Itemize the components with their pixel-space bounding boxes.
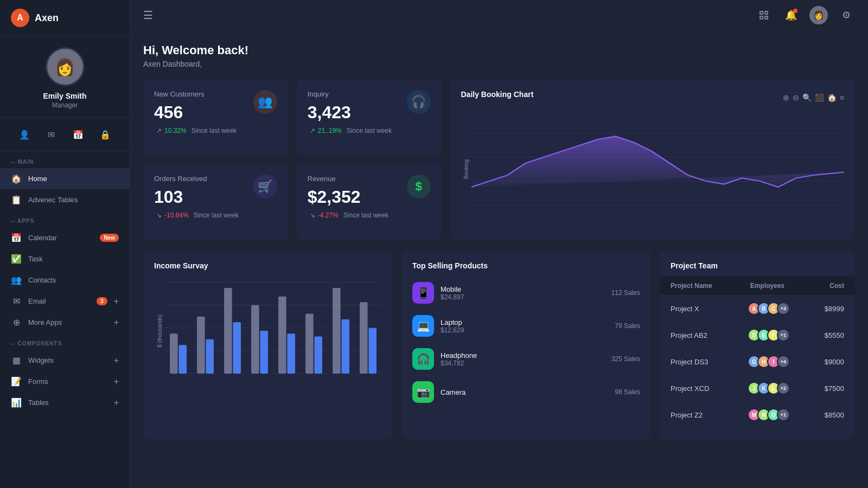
table-icon: 📋 [11, 195, 22, 205]
laptop-product-price: $12,629 [441, 326, 464, 334]
col-cost: Cost [829, 282, 844, 290]
sidebar-item-tables[interactable]: 📊 Tables + [0, 392, 130, 413]
product-mobile: 📱 Mobile $24,897 112 Sales [412, 277, 640, 310]
sidebar-item-forms[interactable]: 📝 Forms + [0, 371, 130, 392]
col-project-name: Project Name [671, 282, 746, 290]
more-apps-plus[interactable]: + [114, 318, 119, 328]
pt-project-ab2-name: Project AB2 [671, 331, 743, 339]
chart-tools: ⊕ ⊖ 🔍 ⬛ 🏠 ≡ [783, 93, 844, 102]
sidebar-item-advenec-label: Advenec Tables [28, 196, 119, 204]
calendar-badge: New [100, 234, 119, 242]
sidebar-item-forms-label: Forms [28, 377, 107, 386]
pt-project-x-cost: $8999 [825, 305, 844, 313]
logo-icon: A [11, 9, 29, 27]
svg-rect-46 [360, 302, 368, 374]
tables-plus[interactable]: + [114, 398, 119, 408]
sidebar-item-calendar[interactable]: 📅 Calendar New [0, 227, 130, 248]
chart-home-icon[interactable]: 🏠 [827, 93, 837, 102]
income-chart-svg: 120 90 60 30 [165, 277, 382, 385]
zoom-out-icon[interactable]: ⊖ [793, 93, 799, 102]
email-icon: ✉ [11, 296, 22, 306]
laptop-product-sales: 79 Sales [615, 322, 640, 330]
svg-rect-33 [178, 345, 187, 374]
booking-chart-title: Daily Booking Chart [461, 90, 534, 99]
mobile-product-info: Mobile $24,897 [441, 285, 464, 301]
booking-chart-area: Booking 240 200 160 120 8 [461, 110, 845, 229]
user-avatar-topbar[interactable]: 👩 [809, 6, 828, 24]
svg-rect-37 [233, 322, 241, 374]
booking-chart-svg: 240 200 160 120 80 40 [471, 110, 844, 229]
bottom-row: Income Survay $ (thousands) 120 90 [143, 251, 855, 439]
email-plus[interactable]: + [114, 297, 119, 306]
mobile-product-price: $24,897 [441, 293, 464, 301]
sidebar-item-contacts[interactable]: 👥 Contacts [0, 269, 130, 291]
notification-button[interactable]: 🔔 [782, 7, 800, 24]
forms-plus[interactable]: + [114, 377, 119, 387]
mail-icon[interactable]: ✉ [43, 126, 60, 143]
pt-row-project-x: Project X A B C +3 $8999 [671, 296, 844, 322]
stat-card-inquiry: Inquiry 3,423 🎧 ↗21..19%Since last week [297, 79, 442, 155]
pt-project-xcd-cost: $7500 [825, 384, 844, 393]
revenue-icon: $ [407, 175, 431, 198]
zoom-in-icon[interactable]: ⊕ [783, 93, 789, 102]
chart-menu-icon[interactable]: ≡ [840, 93, 844, 102]
stat-cards-grid: New Customers 456 👥 ↗10.32%Since last we… [143, 79, 442, 240]
user-icon[interactable]: 👤 [16, 126, 33, 143]
stat-orders-change: ↘-10.64%Since last week [154, 211, 277, 219]
headphone-product-sales: 325 Sales [611, 355, 640, 363]
pt-row-project-xcd: Project XCD J K L +2 $7500 [671, 375, 844, 402]
headphone-product-price: $34,782 [441, 359, 477, 367]
calendar-icon-quick[interactable]: 📅 [69, 126, 87, 143]
orders-icon: 🛒 [253, 175, 277, 198]
income-survey-title: Income Survay [154, 261, 382, 270]
camera-product-name: Camera [441, 388, 465, 396]
lock-icon[interactable]: 🔒 [97, 126, 114, 143]
section-apps-label: -- APPS [0, 210, 130, 227]
camera-product-sales: 98 Sales [615, 388, 640, 396]
user-role: Manager [52, 101, 78, 109]
hamburger-menu[interactable]: ☰ [143, 9, 153, 22]
topbar-right: 🔔 👩 ⚙ [755, 6, 855, 24]
settings-button[interactable]: ⚙ [838, 7, 855, 24]
pt-project-x-employees: A B C +3 [748, 302, 820, 315]
sidebar-item-task[interactable]: ✅ Task [0, 248, 130, 269]
sidebar-item-widgets[interactable]: ▦ Widgets + [0, 350, 130, 371]
welcome-subtitle: Axen Dashboard, [143, 60, 855, 68]
income-y-label: $ (thousands) [154, 277, 165, 385]
widgets-plus[interactable]: + [114, 356, 119, 365]
svg-rect-32 [170, 333, 178, 374]
project-team-title: Project Team [671, 261, 844, 270]
top-area: New Customers 456 👥 ↗10.32%Since last we… [143, 79, 855, 240]
sidebar-item-tables-label: Tables [28, 399, 107, 407]
top-products-card: Top Selling Products 📱 Mobile $24,897 11… [401, 251, 651, 439]
stat-card-orders: Orders Received 103 🛒 ↘-10.64%Since last… [143, 164, 288, 240]
stat-card-revenue: Revenue $2,352 $ ↘-4.27%Since last week [297, 164, 442, 240]
product-headphone: 🎧 Headphone $34,782 325 Sales [412, 343, 640, 376]
sidebar-item-advenec-tables[interactable]: 📋 Advenec Tables [0, 189, 130, 210]
search-chart-icon[interactable]: 🔍 [802, 93, 812, 102]
more-apps-icon: ⊕ [11, 317, 22, 328]
sidebar-item-more-apps[interactable]: ⊕ More Apps + [0, 312, 130, 333]
svg-rect-44 [333, 288, 341, 374]
mobile-product-icon: 📱 [412, 282, 434, 304]
section-components-label: -- COMPONENTS [0, 333, 130, 350]
booking-chart-card: Daily Booking Chart ⊕ ⊖ 🔍 ⬛ 🏠 ≡ Booking [450, 79, 856, 240]
sidebar-item-home[interactable]: 🏠 Home [0, 168, 130, 189]
svg-rect-38 [251, 305, 259, 374]
svg-rect-3 [765, 16, 768, 19]
svg-rect-36 [224, 288, 232, 374]
svg-rect-39 [260, 331, 268, 374]
col-employees: Employees [750, 282, 826, 290]
stat-revenue-change: ↘-4.27%Since last week [308, 211, 431, 219]
fullscreen-button[interactable] [755, 7, 773, 24]
svg-rect-34 [197, 317, 205, 374]
mobile-product-sales: 112 Sales [611, 289, 640, 297]
contacts-icon: 👥 [11, 275, 22, 285]
sidebar-item-email[interactable]: ✉ Email 3 + [0, 291, 130, 312]
email-badge: 3 [97, 297, 107, 305]
svg-rect-43 [314, 337, 322, 374]
home-icon: 🏠 [11, 174, 22, 184]
sidebar-item-widgets-label: Widgets [28, 356, 107, 364]
avatar-more: +2 [777, 382, 790, 395]
chart-save-icon[interactable]: ⬛ [815, 93, 824, 102]
